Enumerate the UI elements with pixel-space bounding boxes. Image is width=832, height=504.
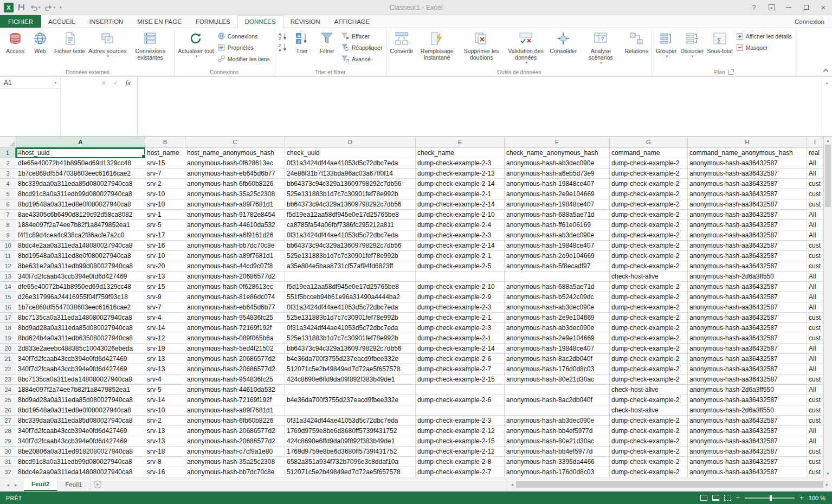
cell-H24[interactable]: anonymous-hash-2d6a3ff550 <box>688 385 807 395</box>
row-header-26[interactable]: 26 <box>0 405 16 416</box>
cell-F22[interactable]: anonymous-hash-176d0d8c03 <box>505 364 610 374</box>
cell-C7[interactable]: anonymous-hash-91782e8454 <box>185 210 285 220</box>
normal-view-icon[interactable] <box>700 495 707 501</box>
cell-E19[interactable]: dump-check-example-2-1 <box>416 333 505 344</box>
cell-H25[interactable]: anonymous-hash-aa36432587 <box>688 395 807 405</box>
row-header-25[interactable]: 25 <box>0 395 16 405</box>
cell-D12[interactable]: a35e804e5baa8731cf57af94fd6823ff <box>285 261 416 272</box>
supprimer-doublons-button[interactable]: Supprimer les doublons <box>459 29 504 68</box>
row-header-21[interactable]: 21 <box>0 354 16 364</box>
cell-D7[interactable]: f5d19ea12aa58df945e0e17d25765be8 <box>285 210 416 220</box>
web-button[interactable]: Web <box>28 29 53 68</box>
tab-fichier[interactable]: FICHIER <box>0 15 41 28</box>
cell-B13[interactable]: srv-13 <box>145 272 185 282</box>
column-header-F[interactable]: F <box>505 137 610 148</box>
cell-G17[interactable]: dump-check-example-2 <box>610 313 688 323</box>
sous-total-button[interactable]: Σ Sous-total <box>705 29 734 68</box>
row-header-6[interactable]: 6 <box>0 199 16 210</box>
cell-C24[interactable]: anonymous-hash-44610da532 <box>185 385 285 395</box>
cell-H13[interactable]: anonymous-hash-2d6a3ff550 <box>688 272 807 282</box>
cell-I30[interactable]: cust <box>807 447 823 457</box>
cell-I32[interactable]: cust <box>807 467 823 477</box>
row-header-18[interactable]: 18 <box>0 323 16 333</box>
cell-A4[interactable]: 8bc339daa0a311eda85d080027940ca8 <box>16 179 145 189</box>
row-header-9[interactable]: 9 <box>0 230 16 241</box>
cell-E10[interactable]: dump-check-example-2-14 <box>416 241 505 251</box>
modifier-les-liens-button[interactable]: Modifier les liens <box>217 54 271 63</box>
cell-B23[interactable]: srv-4 <box>145 374 185 385</box>
cell-E13[interactable] <box>416 272 505 282</box>
cell-G32[interactable]: dump-check-example-2 <box>610 467 688 477</box>
cell-E6[interactable]: dump-check-example-2-14 <box>416 199 505 210</box>
cell-A30[interactable]: 8be20806a0a311ed9182080027940ca8 <box>16 447 145 457</box>
cell-B10[interactable]: srv-16 <box>145 241 185 251</box>
cell-H8[interactable]: anonymous-hash-aa36432587 <box>688 220 807 230</box>
cell-G9[interactable]: dump-check-example-2 <box>610 230 688 241</box>
cell-D21[interactable]: b4e36da700f3755d237eacd9fbee332e <box>285 354 416 364</box>
cell-A15[interactable]: d26e317996a24416955f04f759f93c18 <box>16 292 145 302</box>
row-header-14[interactable]: 14 <box>0 282 16 292</box>
cell-G19[interactable]: dump-check-example-2 <box>610 333 688 344</box>
cell-B27[interactable]: srv-2 <box>145 416 185 426</box>
cell-D15[interactable]: 551f5bcceb94b61e96a31490a4444ba2 <box>285 292 416 302</box>
redo-dropdown-arrow[interactable] <box>54 5 56 10</box>
row-header-8[interactable]: 8 <box>0 220 16 230</box>
cell-F31[interactable]: anonymous-hash-3395da4466 <box>505 457 610 467</box>
cell-B4[interactable]: srv-2 <box>145 179 185 189</box>
cell-B32[interactable]: srv-16 <box>145 467 185 477</box>
sort-za-button[interactable]: ZA <box>277 43 288 52</box>
cell-B17[interactable]: srv-4 <box>145 313 185 323</box>
cell-B21[interactable]: srv-13 <box>145 354 185 364</box>
row-header-2[interactable]: 2 <box>0 158 16 169</box>
row-header-17[interactable]: 17 <box>0 313 16 323</box>
cell-F4[interactable]: anonymous-hash-19848ce407 <box>505 179 610 189</box>
cell-I9[interactable]: All <box>807 230 823 241</box>
effacer-button[interactable]: Effacer <box>340 31 384 41</box>
insert-function-button[interactable]: fx <box>126 79 131 87</box>
cell-A28[interactable]: 340f7d2fcaab43ccb394e0fd6d427469 <box>16 426 145 436</box>
cell-G12[interactable]: dump-check-example-2 <box>610 261 688 272</box>
cell-I7[interactable]: All <box>807 210 823 220</box>
cell-E9[interactable]: dump-check-example-2-3 <box>416 230 505 241</box>
cell-I24[interactable]: All <box>807 385 823 395</box>
cell-I23[interactable]: cust <box>807 374 823 385</box>
cell-C17[interactable]: anonymous-hash-954836fc25 <box>185 313 285 323</box>
cell-F2[interactable]: anonymous-hash-ab3dec090e <box>505 158 610 169</box>
column-header-B[interactable]: B <box>145 137 185 148</box>
filtrer-button[interactable]: Filtrer <box>314 29 339 68</box>
redo-button[interactable] <box>44 4 56 11</box>
cell-G22[interactable]: dump-check-example-2 <box>610 364 688 374</box>
cell-I18[interactable]: cust <box>807 323 823 333</box>
cell-G30[interactable]: dump-check-example-2 <box>610 447 688 457</box>
cell-G5[interactable]: dump-check-example-2 <box>610 189 688 199</box>
cell-F29[interactable]: anonymous-hash-80e21d30ac <box>505 436 610 447</box>
cell-F10[interactable]: anonymous-hash-19848ce407 <box>505 241 610 251</box>
cell-F26[interactable] <box>505 405 610 416</box>
row-header-30[interactable]: 30 <box>0 447 16 457</box>
enter-icon[interactable] <box>113 79 119 87</box>
undo-dropdown-arrow[interactable] <box>38 5 41 10</box>
cell-F28[interactable]: anonymous-hash-bb4ef5977d <box>505 426 610 436</box>
customize-qat-arrow[interactable] <box>60 5 62 10</box>
column-header-I[interactable]: I <box>807 137 823 148</box>
cell-A9[interactable]: f4f1c89d4cea4c938ca2f86acfe7a2c0 <box>16 230 145 241</box>
cell-I31[interactable]: cust <box>807 457 823 467</box>
cell-D18[interactable]: 0f31a3424df44ae41053d5c72dbc7eda <box>285 323 416 333</box>
cell-D19[interactable]: 525e131883b1d7c7c30901fef78e992b <box>285 333 416 344</box>
cell-F24[interactable] <box>505 385 610 395</box>
cell-H10[interactable]: anonymous-hash-aa36432587 <box>688 241 807 251</box>
cell-C30[interactable]: anonymous-hash-c7cf9a1e80 <box>185 447 285 457</box>
cell-B16[interactable]: srv-7 <box>145 302 185 313</box>
scroll-right-arrow-icon[interactable]: ▸ <box>823 482 831 487</box>
cell-E27[interactable]: dump-check-example-2-3 <box>416 416 505 426</box>
cell-E21[interactable]: dump-check-example-2-6 <box>416 354 505 364</box>
cell-I4[interactable]: cust <box>807 179 823 189</box>
tab-donnees[interactable]: DONNÉES <box>237 15 283 28</box>
cell-H27[interactable]: anonymous-hash-aa36432587 <box>688 416 807 426</box>
cell-C18[interactable]: anonymous-hash-72169f192f <box>185 323 285 333</box>
cell-D3[interactable]: 24e86f31b7f133bda96ac03a67ff0f14 <box>285 169 416 179</box>
cell-C22[interactable]: anonymous-hash-20686577d2 <box>185 364 285 374</box>
row-header-12[interactable]: 12 <box>0 261 16 272</box>
cell-C14[interactable]: anonymous-hash-0f628613ec <box>185 282 285 292</box>
cell-G14[interactable]: dump-check-example-2 <box>610 282 688 292</box>
